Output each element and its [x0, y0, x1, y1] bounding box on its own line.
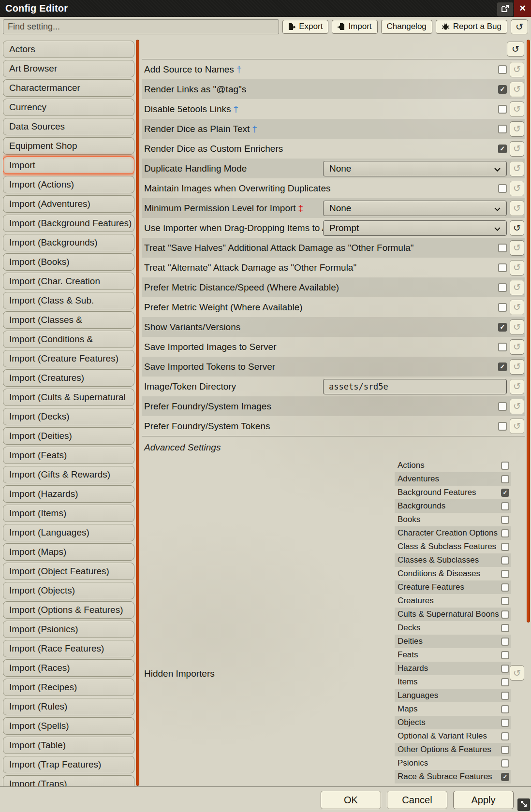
sidebar-item-import-creature-features[interactable]: Import (Creature Features) [3, 350, 134, 367]
sidebar-item-import-recipes[interactable]: Import (Recipes) [3, 679, 134, 696]
checkbox-prefer-metric-weight-where-available[interactable] [498, 303, 507, 312]
checkbox-render-dice-as-plain-text[interactable] [498, 125, 507, 133]
checkbox-psionics[interactable] [501, 759, 509, 768]
reset-button[interactable]: ↺ [510, 240, 524, 256]
checkbox-hazards[interactable] [501, 665, 509, 673]
checkbox-deities[interactable] [501, 638, 509, 646]
reset-button[interactable]: ↺ [510, 379, 524, 394]
sidebar-scrollbar[interactable] [136, 40, 139, 786]
checkbox-adventures[interactable] [501, 475, 509, 483]
checkbox-render-dice-as-custom-enrichers[interactable]: ✓ [498, 145, 507, 153]
reset-button[interactable]: ↺ [510, 280, 524, 295]
checkbox-show-variants-versions[interactable]: ✓ [498, 323, 507, 332]
sidebar-item-import-cults-supernatural-boons[interactable]: Import (Cults & Supernatural Boons) [3, 389, 134, 406]
checkbox-maintain-images-when-overwriting-duplicates[interactable] [498, 184, 507, 193]
checkbox-backgrounds[interactable] [501, 502, 509, 510]
checkbox-decks[interactable] [501, 624, 509, 632]
sidebar-item-import-char-creation-options[interactable]: Import (Char. Creation Options) [3, 273, 134, 290]
checkbox-prefer-foundry-system-images[interactable] [498, 402, 507, 411]
sidebar-item-import-backgrounds[interactable]: Import (Backgrounds) [3, 234, 134, 251]
section-reset-button[interactable]: ↺ [507, 42, 524, 57]
sidebar-item-import-spells[interactable]: Import (Spells) [3, 717, 134, 735]
close-button[interactable]: ✕ [514, 0, 531, 17]
apply-button[interactable]: Apply [453, 791, 514, 809]
checkbox-save-imported-tokens-to-server[interactable]: ✓ [498, 362, 507, 371]
sidebar-item-import-books[interactable]: Import (Books) [3, 253, 134, 271]
checkbox-prefer-foundry-system-tokens[interactable] [498, 422, 507, 431]
checkbox-background-features[interactable]: ✓ [501, 489, 509, 497]
sidebar-item-import-feats[interactable]: Import (Feats) [3, 447, 134, 464]
checkbox-treat-alternate-attack-damage-as-other-formula[interactable] [498, 263, 507, 272]
sidebar-item-equipment-shop[interactable]: Equipment Shop [3, 137, 134, 155]
reset-button[interactable]: ↺ [510, 399, 524, 414]
reset-all-button[interactable]: ↺ [511, 19, 528, 34]
checkbox-render-links-as-tag-s[interactable]: ✓ [498, 85, 507, 94]
reset-button[interactable]: ↺ [510, 102, 524, 117]
export-button[interactable]: Export [282, 20, 328, 34]
report-bug-button[interactable]: Report a Bug [436, 20, 507, 34]
checkbox-creatures[interactable] [501, 597, 509, 605]
checkbox-creature-features[interactable] [501, 583, 509, 592]
search-input[interactable] [3, 19, 279, 34]
content-scrollbar[interactable] [527, 40, 530, 623]
checkbox-other-options-features[interactable] [501, 746, 509, 754]
checkbox-classes-subclasses[interactable] [501, 556, 509, 565]
sidebar-item-import-gifts-rewards[interactable]: Import (Gifts & Rewards) [3, 466, 134, 483]
checkbox-cults-supernatural-boons[interactable] [501, 610, 509, 619]
sidebar-item-import-background-features[interactable]: Import (Background Features) [3, 215, 134, 232]
sidebar-item-import-trap-features[interactable]: Import (Trap Features) [3, 756, 134, 773]
select-use-importer-when-drag-dropping-items-to-actors[interactable]: Prompt [323, 220, 507, 236]
sidebar-item-import-class-sub-features[interactable]: Import (Class & Sub. Features) [3, 292, 134, 309]
reset-button[interactable]: ↺ [510, 319, 524, 335]
sidebar-item-import-adventures[interactable]: Import (Adventures) [3, 195, 134, 213]
sidebar-item-import-psionics[interactable]: Import (Psionics) [3, 621, 134, 638]
checkbox-class-subclass-features[interactable] [501, 543, 509, 551]
sidebar-item-import-races[interactable]: Import (Races) [3, 659, 134, 677]
checkbox-books[interactable] [501, 516, 509, 524]
sidebar-item-import-deities[interactable]: Import (Deities) [3, 427, 134, 445]
checkbox-languages[interactable] [501, 692, 509, 700]
checkbox-race-subrace-features[interactable]: ✓ [501, 773, 509, 781]
checkbox-treat-save-halves-additional-attack-damage-as-other-formula[interactable] [498, 244, 507, 252]
select-minimum-permission-level-for-import[interactable]: None [323, 201, 507, 216]
reset-button[interactable]: ↺ [510, 220, 524, 236]
sidebar-item-import-options-features[interactable]: Import (Options & Features) [3, 601, 134, 619]
reset-button[interactable]: ↺ [510, 181, 524, 196]
sidebar-item-import-actions[interactable]: Import (Actions) [3, 176, 134, 193]
import-button[interactable]: Import [332, 20, 377, 34]
checkbox-actions[interactable] [501, 462, 509, 470]
reset-button[interactable]: ↺ [510, 201, 524, 216]
sidebar-item-import-languages[interactable]: Import (Languages) [3, 524, 134, 541]
checkbox-optional-variant-rules[interactable] [501, 732, 509, 740]
reset-button[interactable]: ↺ [510, 62, 524, 77]
sidebar-item-import-items[interactable]: Import (Items) [3, 505, 134, 522]
checkbox-disable-5etools-links[interactable] [498, 105, 507, 114]
sidebar-item-import-object-features[interactable]: Import (Object Features) [3, 563, 134, 580]
resize-handle[interactable] [517, 798, 530, 811]
reset-button[interactable]: ↺ [510, 339, 524, 355]
sidebar-item-import-objects[interactable]: Import (Objects) [3, 582, 134, 599]
select-duplicate-handling-mode[interactable]: None [323, 161, 507, 176]
changelog-button[interactable]: Changelog [381, 20, 432, 34]
sidebar-item-currency[interactable]: Currency [3, 99, 134, 116]
checkbox-prefer-metric-distance-speed-where-available[interactable] [498, 283, 507, 292]
sidebar-item-import-decks[interactable]: Import (Decks) [3, 408, 134, 425]
sidebar-item-import-creatures[interactable]: Import (Creatures) [3, 369, 134, 387]
sidebar-item-import-conditions-diseases[interactable]: Import (Conditions & Diseases) [3, 331, 134, 348]
checkbox-objects[interactable] [501, 719, 509, 727]
checkbox-feats[interactable] [501, 651, 509, 659]
sidebar-item-import-rules[interactable]: Import (Rules) [3, 698, 134, 715]
reset-button[interactable]: ↺ [510, 82, 524, 97]
sidebar-item-import-race-features[interactable]: Import (Race Features) [3, 640, 134, 657]
checkbox-maps[interactable] [501, 705, 509, 713]
sidebar-item-art-browser[interactable]: Art Browser [3, 60, 134, 77]
popout-button[interactable] [497, 2, 513, 16]
text-input-image-token-directory[interactable]: assets/srd5e [323, 379, 507, 394]
checkbox-add-source-to-names[interactable] [498, 65, 507, 74]
reset-button[interactable]: ↺ [510, 161, 524, 176]
sidebar-item-charactermancer[interactable]: Charactermancer [3, 79, 134, 97]
sidebar-item-import-maps[interactable]: Import (Maps) [3, 543, 134, 561]
reset-button[interactable]: ↺ [510, 141, 524, 157]
reset-button[interactable]: ↺ [510, 359, 524, 375]
reset-button[interactable]: ↺ [510, 260, 524, 276]
